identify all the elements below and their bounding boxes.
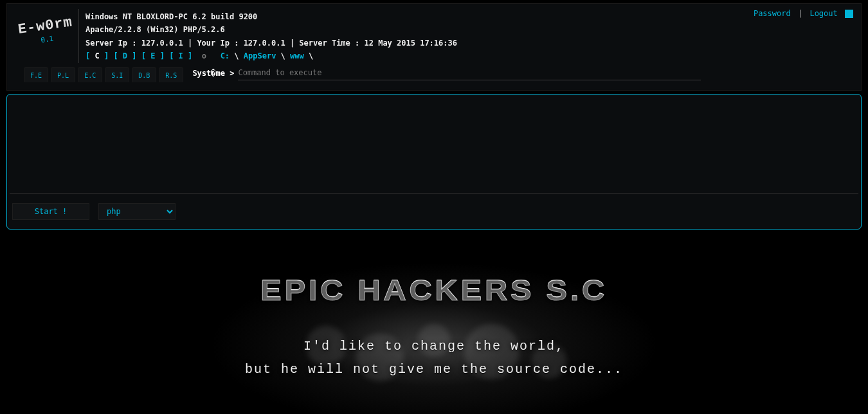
drive-path-nav: [ C ] [ D ] [ E ] [ I ] o C: \ AppServ \… [86, 50, 853, 62]
main-box: Start ! php [6, 94, 862, 230]
drive-c[interactable]: [ C ] [86, 51, 109, 60]
tab-ec[interactable]: E.C [78, 67, 102, 82]
header-row: E-w0rm 0.1 Windows NT BLOXLORD-PC 6.2 bu… [15, 9, 853, 63]
info-ips: Server Ip : 127.0.0.1 | Your Ip : 127.0.… [86, 37, 853, 50]
footer-title: EPIC HACKERS S.C [0, 236, 868, 307]
tab-fe[interactable]: F.E [24, 67, 48, 82]
path-part-1[interactable]: AppServ [244, 51, 276, 60]
drive-d[interactable]: [ D ] [113, 51, 136, 60]
language-select[interactable]: php [98, 203, 176, 220]
info-os: Windows NT BLOXLORD-PC 6.2 build 9200 [86, 10, 853, 23]
top-links: Password | Logout [754, 9, 853, 18]
action-row: Start ! php [10, 195, 858, 226]
footer-graphic: EPIC HACKERS S.C I'd like to change the … [0, 236, 868, 381]
info-block: Windows NT BLOXLORD-PC 6.2 build 9200 Ap… [86, 9, 853, 63]
code-textarea[interactable] [10, 97, 858, 194]
tab-pl[interactable]: P.L [51, 67, 75, 82]
path-part-2[interactable]: www [290, 51, 304, 60]
drive-suffix: o [202, 51, 206, 60]
tab-rs[interactable]: R.S [159, 67, 183, 82]
footer-subtitle: I'd like to change the world, but he wil… [0, 335, 868, 381]
tabs-row: F.E P.L E.C S.I D.B R.S Syst�me > [15, 67, 853, 82]
info-server: Apache/2.2.8 (Win32) PHP/5.2.6 [86, 23, 853, 36]
logout-checkbox[interactable] [845, 10, 853, 18]
logout-link[interactable]: Logout [809, 9, 837, 18]
footer-sub-line1: I'd like to change the world, [303, 339, 565, 354]
path-part-0[interactable]: C: [221, 51, 230, 60]
drive-i[interactable]: [ I ] [169, 51, 192, 60]
vertical-divider [78, 9, 79, 63]
start-button[interactable]: Start ! [12, 203, 89, 220]
top-panel: Password | Logout E-w0rm 0.1 Windows NT … [6, 3, 862, 91]
drive-e[interactable]: [ E ] [141, 51, 165, 60]
prompt-label: Syst�me > [192, 69, 234, 80]
command-input[interactable] [238, 68, 701, 80]
logo: E-w0rm 0.1 [13, 5, 78, 48]
link-divider: | [798, 9, 802, 18]
password-link[interactable]: Password [754, 9, 791, 18]
tab-db[interactable]: D.B [132, 67, 156, 82]
footer-sub-line2: but he will not give me the source code.… [245, 362, 623, 377]
tab-si[interactable]: S.I [105, 67, 129, 82]
